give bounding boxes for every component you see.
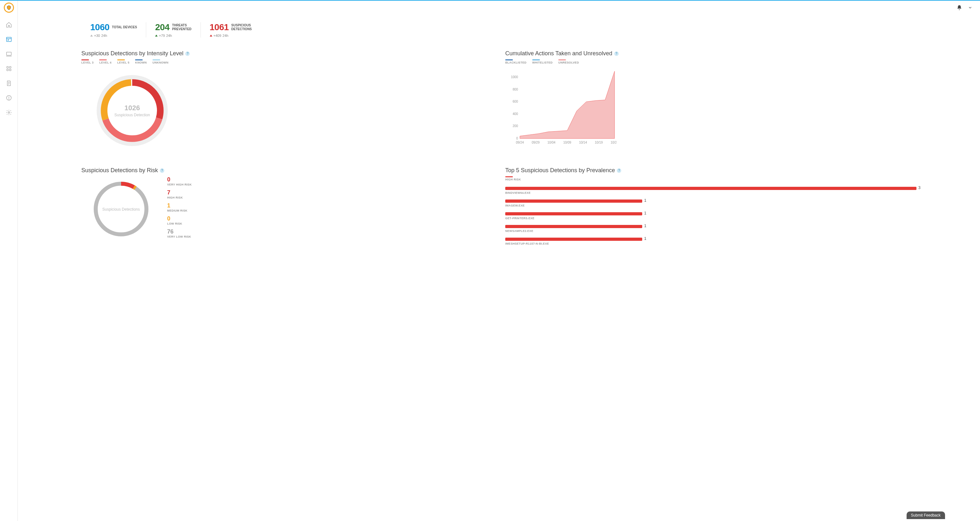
legend-item[interactable]: WHITELISTED [532,59,553,64]
kpi-suspicious-value: 1061 [210,22,229,32]
nav-grid[interactable] [4,64,14,74]
legend-item[interactable]: LEVEL 4 [99,59,111,64]
legend: BLACKLISTEDWHITELISTEDUNRESOLVED [505,59,916,64]
risk-item[interactable]: 0VERY HIGH RISK [167,176,192,186]
legend-item[interactable]: HIGH RISK [505,176,521,181]
info-icon[interactable]: ? [614,51,619,56]
risk-legend-list: 0VERY HIGH RISK7HIGH RISK1MEDIUM RISK0LO… [167,176,192,238]
bar-row[interactable]: 1GET-PRINTERS.EXE [505,212,916,220]
info-icon[interactable]: ? [617,168,621,173]
chart-title: Suspicious Detections by Risk? [81,167,493,174]
svg-rect-0 [6,37,11,41]
svg-text:10/24: 10/24 [611,141,616,144]
donut-label: Suspicious Detections [102,207,140,211]
info-icon[interactable]: ? [160,168,164,173]
trend-up-icon [210,35,212,37]
legend-item[interactable]: UNKNOWN [153,59,169,64]
donut-chart[interactable]: Suspicious Detections [88,176,154,242]
svg-rect-8 [7,69,8,71]
legend-item[interactable]: LEVEL 3 [81,59,94,64]
legend-item[interactable]: BLACKLISTED [505,59,527,64]
svg-rect-7 [9,67,11,68]
chart-intensity: Suspicious Detections by Intensity Level… [81,50,493,152]
kpi-suspicious-detections[interactable]: 1061 SUSPICIOUSDETECTIONS +409 24h [200,22,261,38]
svg-rect-9 [9,69,11,71]
risk-item[interactable]: 0LOW RISK [167,215,192,225]
donut-value: 1026 [124,104,140,112]
submit-feedback-button[interactable]: Submit Feedback [907,511,945,519]
kpi-total-devices[interactable]: 1060 TOTAL DEVICES +30 24h [81,22,146,38]
topbar [18,1,980,16]
kpi-threats-prevented[interactable]: 204 THREATSPREVENTED +79 24h [146,22,200,38]
chart-top5: Top 5 Suspicious Detections by Prevalenc… [505,167,916,245]
svg-point-16 [8,112,10,113]
chart-title: Top 5 Suspicious Detections by Prevalenc… [505,167,916,174]
svg-rect-4 [6,52,11,55]
trend-up-icon [155,35,158,37]
nav-devices[interactable] [4,49,14,59]
svg-text:1000: 1000 [511,75,518,79]
chart-cumulative: Cumulative Actions Taken and Unresolved?… [505,50,916,152]
bar-chart: 3BINDVIEW64.EXE1IMAGEW.EXE1GET-PRINTERS.… [505,187,916,245]
legend-item[interactable]: KNOWN [135,59,147,64]
svg-text:600: 600 [512,100,518,103]
app-logo[interactable] [4,3,14,13]
nav-home[interactable] [4,20,14,30]
legend: HIGH RISK [505,176,916,181]
svg-text:800: 800 [512,88,518,91]
bar-row[interactable]: 1IMESHSETUP-R1157-N-BI.EXE [505,238,916,245]
svg-text:10/09: 10/09 [563,141,571,144]
svg-text:09/24: 09/24 [516,141,524,144]
nav-reports[interactable] [4,78,14,88]
svg-text:10/04: 10/04 [547,141,555,144]
svg-rect-6 [7,67,8,68]
nav-dashboard[interactable] [4,34,14,44]
kpi-devices-value: 1060 [90,22,109,32]
area-chart[interactable]: 0200400600800100009/2409/2910/0410/0910/… [508,69,616,146]
kpi-threats-value: 204 [155,22,169,32]
svg-text:400: 400 [512,112,518,116]
legend: LEVEL 3LEVEL 4LEVEL 5KNOWNUNKNOWN [81,59,493,64]
svg-text:200: 200 [512,124,518,128]
legend-item[interactable]: LEVEL 5 [117,59,129,64]
bar-row[interactable]: 1IMAGEW.EXE [505,200,916,207]
risk-item[interactable]: 76VERY LOW RISK [167,229,192,238]
risk-item[interactable]: 7HIGH RISK [167,189,192,199]
svg-text:10/14: 10/14 [579,141,587,144]
donut-chart[interactable]: 1026 Suspicious Detection [91,69,173,152]
trend-up-icon [90,35,93,37]
donut-label: Suspicious Detection [115,113,150,117]
info-icon[interactable]: ? [185,51,190,56]
bar-row[interactable]: 3BINDVIEW64.EXE [505,187,916,194]
kpi-threats-label: THREATSPREVENTED [172,24,191,31]
svg-text:10/19: 10/19 [595,141,603,144]
notifications-icon[interactable] [956,5,962,12]
svg-text:0: 0 [516,137,518,140]
bar-row[interactable]: 1NEWSAMPLE2.EXE [505,225,916,232]
chart-title: Suspicious Detections by Intensity Level… [81,50,493,57]
legend-item[interactable]: UNRESOLVED [558,59,579,64]
nav-alerts[interactable] [4,93,14,103]
kpi-row: 1060 TOTAL DEVICES +30 24h 204 THREATSPR… [81,16,916,50]
main-content: 1060 TOTAL DEVICES +30 24h 204 THREATSPR… [18,1,980,521]
svg-text:09/29: 09/29 [531,141,539,144]
risk-item[interactable]: 1MEDIUM RISK [167,202,192,212]
chart-title: Cumulative Actions Taken and Unresolved? [505,50,916,57]
kpi-suspicious-label: SUSPICIOUSDETECTIONS [231,24,252,31]
nav-settings[interactable] [4,107,14,118]
sidebar [0,1,18,521]
chart-risk: Suspicious Detections by Risk? Suspiciou… [81,167,493,245]
user-menu-chevron-icon[interactable] [968,5,972,11]
kpi-devices-label: TOTAL DEVICES [112,25,137,29]
